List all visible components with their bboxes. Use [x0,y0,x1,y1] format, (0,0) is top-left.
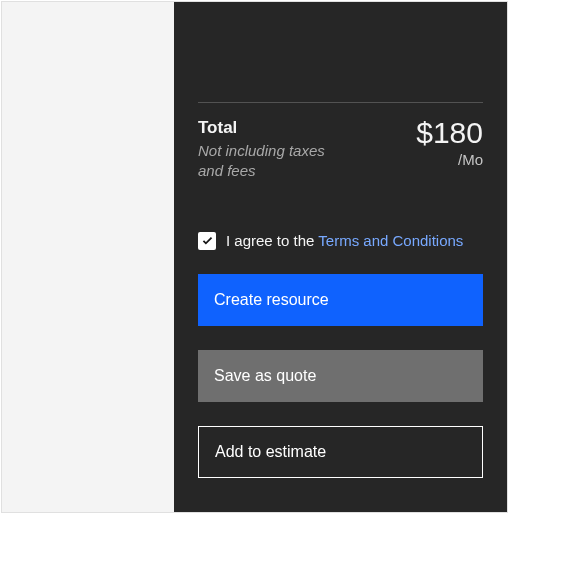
total-section: Total Not including taxes and fees $180 … [198,103,483,182]
left-spacer [2,2,174,512]
agreement-row: I agree to the Terms and Conditions [198,232,483,250]
summary-panel: Total Not including taxes and fees $180 … [174,2,507,512]
agreement-prefix: I agree to the [226,232,318,249]
checkmark-icon [201,234,214,247]
total-label: Total [198,117,338,139]
agreement-checkbox[interactable] [198,232,216,250]
total-sublabel: Not including taxes and fees [198,141,338,182]
panel-top-spacer [198,2,483,102]
total-amount: $180 [416,117,483,149]
add-to-estimate-button[interactable]: Add to estimate [198,426,483,478]
save-as-quote-button[interactable]: Save as quote [198,350,483,402]
total-right: $180 /Mo [416,117,483,168]
total-left: Total Not including taxes and fees [198,117,338,182]
terms-link[interactable]: Terms and Conditions [318,232,463,249]
button-group: Create resource Save as quote Add to est… [198,274,483,478]
agreement-text: I agree to the Terms and Conditions [226,232,463,249]
create-resource-button[interactable]: Create resource [198,274,483,326]
total-period: /Mo [458,151,483,168]
